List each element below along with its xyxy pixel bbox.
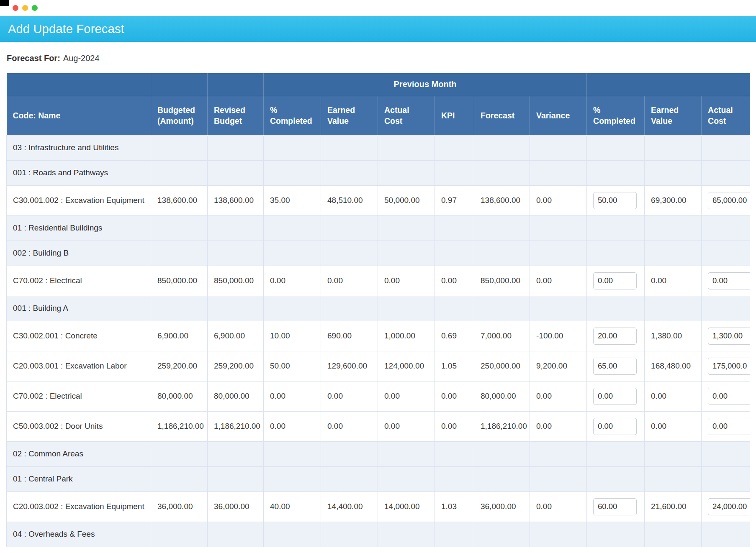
col-header-prev-earned-value: Earned Value xyxy=(321,96,378,135)
group-label-cell: 001 : Roads and Pathways xyxy=(7,160,151,185)
budgeted-amount-cell: 6,900.00 xyxy=(151,321,208,351)
empty-cell xyxy=(645,466,702,492)
pct-completed-input[interactable] xyxy=(593,358,637,375)
empty-cell xyxy=(530,135,587,160)
dialog-title: Add Update Forecast xyxy=(8,22,124,36)
zoom-button[interactable] xyxy=(32,5,38,11)
empty-cell xyxy=(530,296,587,321)
actual-cost-input[interactable] xyxy=(708,272,750,289)
empty-header-cell xyxy=(7,73,151,96)
empty-cell xyxy=(645,241,702,266)
empty-cell xyxy=(264,441,321,466)
empty-cell xyxy=(208,215,264,241)
kpi-cell: 1.05 xyxy=(435,351,474,381)
empty-cell xyxy=(702,522,750,547)
empty-cell xyxy=(435,160,474,185)
actual-cost-input[interactable] xyxy=(708,418,750,435)
code-name-cell: C30.002.001 : Concrete xyxy=(7,321,151,351)
pct-completed-input[interactable] xyxy=(593,272,637,289)
empty-cell xyxy=(378,466,435,492)
empty-cell xyxy=(587,215,645,241)
empty-cell xyxy=(151,215,208,241)
empty-cell xyxy=(264,241,321,266)
group-label-cell: 02 : Common Areas xyxy=(7,441,151,466)
empty-cell xyxy=(530,215,587,241)
empty-cell xyxy=(474,441,530,466)
empty-cell xyxy=(208,296,264,321)
prev-pct-completed-cell: 35.00 xyxy=(264,185,321,215)
prev-earned-value-cell: 48,510.00 xyxy=(321,185,378,215)
empty-cell xyxy=(474,215,530,241)
current-earned-value-cell: 1,380.00 xyxy=(645,321,702,351)
pct-completed-input[interactable] xyxy=(593,388,637,405)
empty-cell xyxy=(378,522,435,547)
kpi-cell: 0.69 xyxy=(435,321,474,351)
empty-cell xyxy=(151,466,208,492)
empty-cell xyxy=(587,522,645,547)
empty-cell xyxy=(151,135,208,160)
actual-cost-input[interactable] xyxy=(708,192,750,209)
empty-cell xyxy=(435,241,474,266)
group-label-cell: 01 : Central Park xyxy=(7,466,151,492)
dialog-header: Add Update Forecast xyxy=(0,16,756,42)
prev-pct-completed-cell: 0.00 xyxy=(264,381,321,411)
budgeted-amount-cell: 36,000.00 xyxy=(151,492,208,522)
actual-cost-input[interactable] xyxy=(708,328,750,345)
code-name-cell: C70.002 : Electrical xyxy=(7,266,151,296)
forecast-cell: 36,000.00 xyxy=(474,492,530,522)
current-earned-value-cell: 69,300.00 xyxy=(645,185,702,215)
current-actual-cost-cell xyxy=(702,266,750,296)
empty-cell xyxy=(378,160,435,185)
forecast-table-container: Previous Month Code: Name Budgeted (Amou… xyxy=(6,73,750,547)
pct-completed-input[interactable] xyxy=(593,418,637,435)
current-pct-completed-cell xyxy=(587,411,645,441)
variance-cell: 0.00 xyxy=(530,381,587,411)
actual-cost-input[interactable] xyxy=(708,498,750,515)
empty-cell xyxy=(587,135,645,160)
pct-completed-input[interactable] xyxy=(593,328,637,345)
group-label-cell: 01 : Residential Buildings xyxy=(7,215,151,241)
col-header-cur-earned-value: Earned Value xyxy=(645,96,702,135)
current-pct-completed-cell xyxy=(587,185,645,215)
col-header-revised-budget: Revised Budget xyxy=(208,96,264,135)
prev-pct-completed-cell: 10.00 xyxy=(264,321,321,351)
prev-actual-cost-cell: 50,000.00 xyxy=(378,185,435,215)
data-row: C20.003.002 : Excavation Equipment36,000… xyxy=(7,492,750,522)
code-name-cell: C70.002 : Electrical xyxy=(7,381,151,411)
group-row: 01 : Residential Buildings xyxy=(7,215,750,241)
prev-earned-value-cell: 14,400.00 xyxy=(321,492,378,522)
actual-cost-input[interactable] xyxy=(708,358,750,375)
empty-header-cell xyxy=(151,73,208,96)
variance-cell: 0.00 xyxy=(530,185,587,215)
empty-cell xyxy=(702,135,750,160)
data-row: C70.002 : Electrical80,000.0080,000.000.… xyxy=(7,381,750,411)
empty-cell xyxy=(702,466,750,492)
empty-cell xyxy=(208,522,264,547)
close-button[interactable] xyxy=(13,5,18,11)
pct-completed-input[interactable] xyxy=(593,192,637,209)
minimize-button[interactable] xyxy=(22,5,28,11)
forecast-for-label: Forecast For: xyxy=(7,54,60,63)
current-actual-cost-cell xyxy=(702,492,750,522)
col-header-forecast: Forecast xyxy=(474,96,530,135)
prev-pct-completed-cell: 0.00 xyxy=(264,411,321,441)
budgeted-amount-cell: 259,200.00 xyxy=(151,351,208,381)
empty-cell xyxy=(321,135,378,160)
empty-cell xyxy=(264,296,321,321)
pct-completed-input[interactable] xyxy=(593,498,637,515)
variance-cell: 0.00 xyxy=(530,266,587,296)
empty-cell xyxy=(530,522,587,547)
data-row: C20.003.001 : Excavation Labor259,200.00… xyxy=(7,351,750,381)
revised-budget-cell: 850,000.00 xyxy=(208,266,264,296)
prev-actual-cost-cell: 0.00 xyxy=(378,266,435,296)
current-earned-value-cell: 0.00 xyxy=(645,381,702,411)
empty-cell xyxy=(151,296,208,321)
actual-cost-input[interactable] xyxy=(708,388,750,405)
group-row: 002 : Building B xyxy=(7,241,750,266)
screen-corner xyxy=(0,0,9,6)
col-header-code-name: Code: Name xyxy=(7,96,151,135)
prev-earned-value-cell: 0.00 xyxy=(321,411,378,441)
data-row: C30.002.001 : Concrete6,900.006,900.0010… xyxy=(7,321,750,351)
empty-cell xyxy=(151,160,208,185)
code-name-cell: C20.003.002 : Excavation Equipment xyxy=(7,492,151,522)
